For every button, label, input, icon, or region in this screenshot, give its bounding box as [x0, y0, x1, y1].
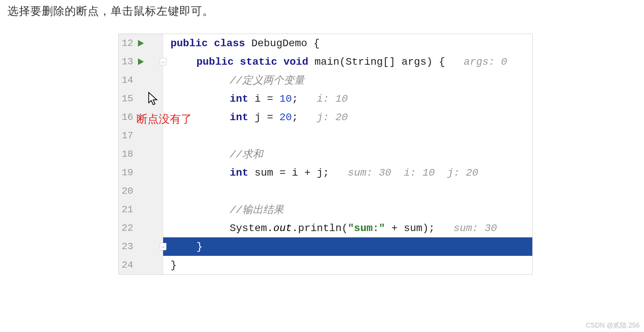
run-icon[interactable] — [137, 58, 145, 66]
code-content[interactable]: //求和 — [163, 145, 532, 163]
gutter[interactable]: 16 — [119, 108, 163, 126]
gutter[interactable]: 14 — [119, 71, 163, 89]
line-number: 24 — [119, 260, 135, 271]
code-token: sum: 30 i: 10 j: 20 — [348, 167, 478, 179]
svg-marker-0 — [138, 40, 144, 47]
gutter[interactable]: 17 — [119, 126, 163, 145]
code-line[interactable]: 17 — [119, 126, 532, 145]
code-line[interactable]: 24} — [119, 256, 532, 274]
code-line[interactable]: 20 — [119, 182, 532, 200]
gutter[interactable]: 12 — [119, 34, 163, 52]
code-line[interactable]: 23–} — [119, 237, 532, 256]
line-number: 20 — [119, 186, 135, 197]
svg-marker-1 — [138, 58, 144, 65]
code-token: public class — [171, 38, 251, 49]
gutter[interactable]: 15 — [119, 89, 163, 108]
code-line[interactable]: 13–public static void main(String[] args… — [119, 52, 532, 71]
code-line[interactable]: 18//求和 — [119, 145, 532, 163]
line-number: 23 — [119, 241, 135, 252]
gutter[interactable]: 24 — [119, 256, 163, 274]
code-token: j: 20 — [317, 112, 348, 123]
code-token: int — [230, 167, 254, 179]
code-line[interactable]: 14//定义两个变量 — [119, 71, 532, 89]
fold-icon[interactable]: – — [160, 243, 166, 250]
code-line[interactable]: 15int i = 10; i: 10 — [119, 89, 532, 108]
code-content[interactable]: int sum = i + j; sum: 30 i: 10 j: 20 — [163, 163, 532, 182]
gutter[interactable]: 22 — [119, 219, 163, 237]
gutter[interactable]: 23– — [119, 237, 163, 256]
code-token: out — [273, 223, 292, 234]
code-content[interactable] — [163, 126, 532, 145]
code-line[interactable]: 22System.out.println("sum:" + sum); sum:… — [119, 219, 532, 237]
line-number: 17 — [119, 130, 135, 141]
code-token: public static void — [196, 56, 314, 68]
line-number: 13 — [119, 56, 135, 67]
instruction-text: 选择要删除的断点，单击鼠标左键即可。 — [0, 0, 644, 23]
code-token: //输出结果 — [230, 203, 284, 217]
code-content[interactable]: public class DebugDemo { — [163, 34, 532, 52]
gutter[interactable]: 18 — [119, 145, 163, 163]
gutter[interactable]: 20 — [119, 182, 163, 200]
line-number: 22 — [119, 223, 135, 234]
code-token: "sum:" — [348, 223, 385, 234]
code-content[interactable]: } — [163, 237, 532, 256]
code-line[interactable]: 12public class DebugDemo { — [119, 34, 532, 52]
code-token: j = — [254, 112, 279, 123]
code-token: 10 — [279, 93, 292, 105]
code-token: } — [196, 241, 203, 253]
code-content[interactable]: //输出结果 — [163, 200, 532, 219]
line-number: 19 — [119, 167, 135, 178]
gutter[interactable]: 21 — [119, 200, 163, 219]
code-content[interactable]: System.out.println("sum:" + sum); sum: 3… — [163, 219, 532, 237]
code-token: sum: 30 — [454, 223, 497, 234]
fold-icon[interactable]: – — [160, 58, 166, 65]
code-line[interactable]: 21//输出结果 — [119, 200, 532, 219]
code-content[interactable]: public static void main(String[] args) {… — [163, 52, 532, 71]
code-token: args: 0 — [464, 56, 508, 68]
code-token: .println( — [292, 223, 348, 234]
code-token: + sum); — [385, 223, 454, 234]
line-number: 12 — [119, 38, 135, 49]
run-icon[interactable] — [137, 39, 145, 47]
gutter[interactable]: 19 — [119, 163, 163, 182]
code-token: //定义两个变量 — [230, 73, 304, 87]
code-token: i: 10 — [317, 93, 348, 105]
code-line[interactable]: 19int sum = i + j; sum: 30 i: 10 j: 20 — [119, 163, 532, 182]
watermark: CSDN @贰陆.256 — [586, 321, 640, 330]
code-token: main(String[] args) { — [314, 56, 463, 68]
line-number: 15 — [119, 93, 135, 104]
code-token: 20 — [279, 112, 292, 123]
code-token: DebugDemo { — [251, 38, 320, 49]
code-token: //求和 — [230, 147, 263, 161]
code-token: } — [171, 260, 177, 271]
code-token: System. — [230, 223, 273, 234]
code-token: ; — [292, 93, 317, 105]
code-content[interactable] — [163, 182, 532, 200]
code-content[interactable]: int i = 10; i: 10 — [163, 89, 532, 108]
code-token: int — [230, 93, 254, 105]
line-number: 16 — [119, 112, 135, 123]
line-number: 21 — [119, 204, 135, 215]
code-token: i = — [254, 93, 279, 105]
code-content[interactable]: } — [163, 256, 532, 274]
code-token: int — [230, 112, 254, 123]
line-number: 18 — [119, 149, 135, 160]
line-number: 14 — [119, 75, 135, 86]
code-content[interactable]: int j = 20; j: 20 — [163, 108, 532, 126]
gutter[interactable]: 13– — [119, 52, 163, 71]
code-content[interactable]: //定义两个变量 — [163, 71, 532, 89]
code-line[interactable]: 16int j = 20; j: 20断点没有了 — [119, 108, 532, 126]
code-token: sum = i + j; — [254, 167, 348, 179]
code-token: ; — [292, 112, 317, 123]
code-editor[interactable]: 12public class DebugDemo {13–public stat… — [118, 34, 533, 275]
